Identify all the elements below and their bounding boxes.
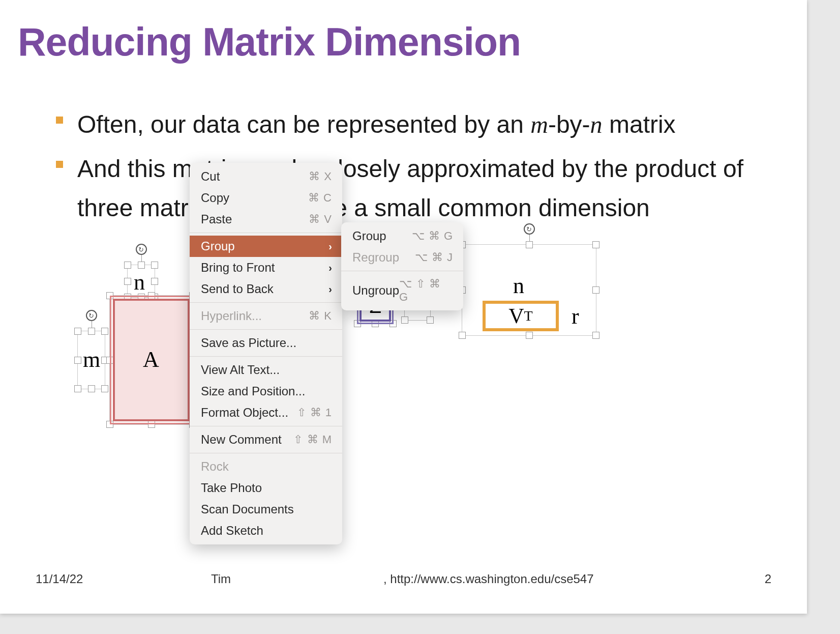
bullet-text: And this matrix can be closely approxima… bbox=[77, 150, 789, 228]
resize-handle[interactable] bbox=[592, 241, 599, 248]
resize-handle[interactable] bbox=[88, 328, 95, 335]
var-n: n bbox=[590, 111, 603, 138]
rotate-handle-icon[interactable]: ↻ bbox=[86, 310, 97, 321]
menu-item-label: Copy bbox=[201, 191, 229, 205]
vt-shape[interactable]: VT bbox=[483, 301, 559, 331]
footer-mid: Tim bbox=[211, 572, 231, 586]
resize-handle[interactable] bbox=[526, 332, 533, 339]
vt-t: T bbox=[524, 308, 533, 324]
resize-handle[interactable] bbox=[88, 385, 95, 392]
menu-item-label: Scan Documents bbox=[201, 502, 294, 516]
context-menu[interactable]: Cut⌘ XCopy⌘ CPaste⌘ VGroup›Bring to Fron… bbox=[190, 163, 342, 544]
bullet-marker-icon bbox=[56, 117, 63, 124]
menu-item-label: Cut bbox=[201, 169, 220, 184]
menu-item-send-to-back[interactable]: Send to Back› bbox=[190, 278, 342, 300]
menu-item-bring-to-front[interactable]: Bring to Front› bbox=[190, 257, 342, 278]
bullet-list: Often, our data can be represented by an… bbox=[18, 105, 789, 227]
vt-group-selection[interactable]: ↻ n VT r bbox=[462, 244, 596, 336]
text-fragment: matrix bbox=[603, 111, 676, 138]
menu-shortcut: ⌥ ⇧ ⌘ G bbox=[399, 277, 453, 304]
label-n-vt: n bbox=[513, 273, 524, 299]
footer-date: 11/14/22 bbox=[36, 572, 83, 586]
menu-item-group[interactable]: Group› bbox=[190, 236, 342, 257]
menu-separator bbox=[190, 233, 342, 233]
menu-item-label: Rock bbox=[201, 459, 229, 474]
menu-item-size-and-position[interactable]: Size and Position... bbox=[190, 381, 342, 402]
context-submenu-group[interactable]: Group⌥ ⌘ GRegroup⌥ ⌘ JUngroup⌥ ⇧ ⌘ G bbox=[341, 222, 463, 310]
resize-handle[interactable] bbox=[74, 328, 81, 335]
resize-handle[interactable] bbox=[74, 357, 81, 364]
resize-handle[interactable] bbox=[592, 286, 599, 294]
menu-item-label: Format Object... bbox=[201, 406, 288, 420]
matrix-a-label: A bbox=[143, 347, 159, 372]
menu-item-save-as-picture[interactable]: Save as Picture... bbox=[190, 332, 342, 354]
menu-item-scan-documents[interactable]: Scan Documents bbox=[190, 499, 342, 520]
chevron-right-icon: › bbox=[328, 262, 332, 274]
label-m: m bbox=[83, 347, 100, 372]
menu-item-view-alt-text[interactable]: View Alt Text... bbox=[190, 359, 342, 381]
chevron-right-icon: › bbox=[328, 283, 332, 295]
menu-item-label: Group bbox=[201, 239, 235, 253]
menu-item-copy[interactable]: Copy⌘ C bbox=[190, 187, 342, 209]
menu-item-paste[interactable]: Paste⌘ V bbox=[190, 209, 342, 230]
menu-separator bbox=[190, 302, 342, 303]
resize-handle[interactable] bbox=[124, 262, 131, 269]
resize-handle[interactable] bbox=[101, 385, 108, 392]
menu-item-group[interactable]: Group⌥ ⌘ G bbox=[341, 225, 463, 247]
menu-item-format-object[interactable]: Format Object...⇧ ⌘ 1 bbox=[190, 402, 342, 423]
footer-page: 2 bbox=[765, 572, 771, 586]
label-n: n bbox=[134, 269, 145, 295]
menu-item-new-comment[interactable]: New Comment⇧ ⌘ M bbox=[190, 429, 342, 450]
resize-handle[interactable] bbox=[526, 241, 533, 248]
resize-handle[interactable] bbox=[74, 385, 81, 392]
resize-handle[interactable] bbox=[151, 262, 158, 269]
rotate-handle-icon[interactable]: ↻ bbox=[136, 244, 147, 255]
menu-item-take-photo[interactable]: Take Photo bbox=[190, 477, 342, 499]
vt-v: V bbox=[508, 304, 524, 328]
menu-shortcut: ⌘ X bbox=[309, 170, 332, 183]
slide-footer: 11/14/22 Tim , http://www.cs.washington.… bbox=[36, 572, 771, 586]
menu-item-label: Add Sketch bbox=[201, 524, 263, 538]
menu-shortcut: ⌥ ⌘ G bbox=[412, 229, 453, 243]
menu-item-label: Bring to Front bbox=[201, 261, 275, 275]
menu-item-label: Size and Position... bbox=[201, 384, 305, 398]
matrix-a-selection[interactable]: A bbox=[109, 295, 193, 425]
text-fragment: -by- bbox=[548, 111, 590, 138]
bullet-text: Often, our data can be represented by an… bbox=[77, 105, 676, 145]
menu-item-label: Save as Picture... bbox=[201, 336, 296, 350]
menu-separator bbox=[190, 329, 342, 330]
resize-handle[interactable] bbox=[148, 421, 155, 428]
menu-item-regroup: Regroup⌥ ⌘ J bbox=[341, 247, 463, 268]
chevron-right-icon: › bbox=[328, 241, 332, 252]
menu-item-cut[interactable]: Cut⌘ X bbox=[190, 166, 342, 187]
bullet-marker-icon bbox=[56, 161, 63, 168]
menu-item-label: View Alt Text... bbox=[201, 363, 280, 377]
slide-title: Reducing Matrix Dimension bbox=[18, 19, 789, 65]
resize-handle[interactable] bbox=[106, 292, 113, 299]
menu-shortcut: ⌘ C bbox=[308, 191, 332, 205]
resize-handle[interactable] bbox=[106, 357, 113, 364]
resize-handle[interactable] bbox=[151, 278, 158, 285]
resize-handle[interactable] bbox=[138, 262, 145, 269]
resize-handle[interactable] bbox=[401, 316, 408, 324]
menu-item-label: Ungroup bbox=[352, 283, 399, 298]
menu-item-label: Paste bbox=[201, 212, 232, 226]
resize-handle[interactable] bbox=[101, 328, 108, 335]
resize-handle[interactable] bbox=[106, 421, 113, 428]
menu-shortcut: ⇧ ⌘ 1 bbox=[297, 406, 332, 419]
rotate-handle-icon[interactable]: ↻ bbox=[524, 223, 535, 235]
menu-shortcut: ⇧ ⌘ M bbox=[293, 433, 332, 446]
resize-handle[interactable] bbox=[592, 332, 599, 339]
resize-handle[interactable] bbox=[459, 332, 466, 339]
menu-separator bbox=[190, 426, 342, 426]
menu-item-label: Send to Back bbox=[201, 282, 274, 296]
menu-item-add-sketch[interactable]: Add Sketch bbox=[190, 520, 342, 541]
label-m-selection[interactable]: ↻ m bbox=[77, 331, 105, 389]
resize-handle[interactable] bbox=[427, 316, 434, 324]
resize-handle[interactable] bbox=[148, 292, 155, 299]
menu-item-label: Group bbox=[352, 229, 386, 243]
menu-item-label: Hyperlink... bbox=[201, 309, 262, 323]
resize-handle[interactable] bbox=[124, 278, 131, 285]
menu-item-label: New Comment bbox=[201, 433, 282, 447]
menu-item-ungroup[interactable]: Ungroup⌥ ⇧ ⌘ G bbox=[341, 274, 463, 307]
